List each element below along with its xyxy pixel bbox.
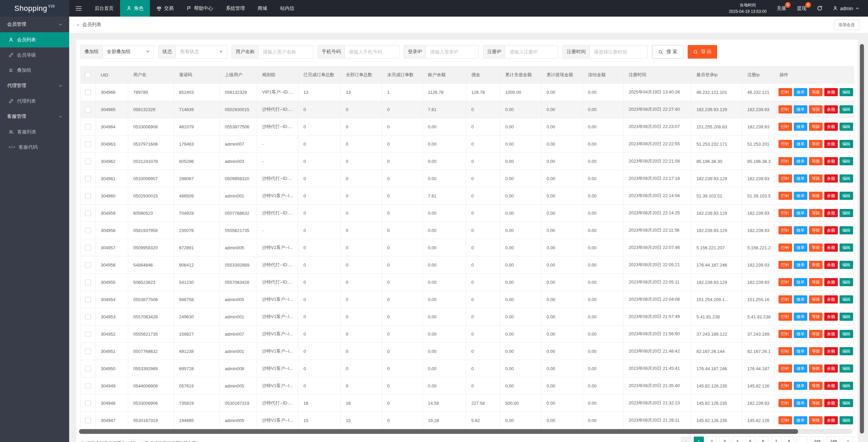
edit-button[interactable]: 编辑 bbox=[840, 382, 853, 390]
order-button[interactable]: 做单 bbox=[794, 330, 807, 338]
edit-button[interactable]: 编辑 bbox=[840, 330, 853, 338]
row-checkbox[interactable] bbox=[85, 279, 91, 285]
edit-button[interactable]: 编辑 bbox=[840, 244, 853, 252]
level-button[interactable]: 等级 bbox=[809, 364, 823, 373]
edit-button[interactable]: 编辑 bbox=[840, 140, 853, 148]
level-button[interactable]: 等级 bbox=[809, 382, 823, 390]
order-button[interactable]: 做单 bbox=[794, 261, 807, 269]
level-button[interactable]: 等级 bbox=[809, 330, 823, 338]
level-button[interactable]: 等级 bbox=[809, 88, 823, 96]
level-button[interactable]: 等级 bbox=[809, 399, 823, 407]
stack-group-select[interactable]: 全部叠加组 bbox=[103, 45, 154, 58]
edit-button[interactable]: 编辑 bbox=[840, 364, 853, 373]
order-button[interactable]: 做单 bbox=[794, 364, 807, 373]
inject-button[interactable]: 打针 bbox=[778, 244, 792, 252]
inject-button[interactable]: 打针 bbox=[778, 226, 792, 234]
row-checkbox[interactable] bbox=[85, 141, 91, 147]
page-button-8[interactable]: 8 bbox=[784, 437, 794, 442]
order-button[interactable]: 做单 bbox=[794, 192, 807, 200]
edit-button[interactable]: 编辑 bbox=[840, 192, 853, 200]
page-button-5[interactable]: 5 bbox=[745, 437, 755, 442]
row-checkbox[interactable] bbox=[85, 262, 91, 268]
top-nav-item[interactable]: 站内信 bbox=[274, 0, 301, 17]
balance-button[interactable]: 余额 bbox=[824, 313, 838, 321]
edit-button[interactable]: 编辑 bbox=[840, 174, 853, 183]
page-button-2[interactable]: 2 bbox=[707, 437, 717, 442]
order-button[interactable]: 做单 bbox=[794, 313, 807, 321]
row-checkbox[interactable] bbox=[85, 366, 91, 372]
edit-button[interactable]: 编辑 bbox=[840, 278, 853, 286]
row-checkbox[interactable] bbox=[85, 107, 91, 112]
order-button[interactable]: 做单 bbox=[794, 347, 807, 355]
inject-button[interactable]: 打针 bbox=[778, 364, 792, 373]
edit-button[interactable]: 编辑 bbox=[840, 347, 853, 355]
edit-button[interactable]: 编辑 bbox=[840, 295, 853, 303]
sidebar-item-叠加组[interactable]: 叠加组 bbox=[0, 63, 69, 78]
sidebar-item-会员等级[interactable]: 会员等级 bbox=[0, 47, 69, 63]
row-checkbox[interactable] bbox=[85, 159, 91, 164]
balance-button[interactable]: 余额 bbox=[824, 140, 838, 148]
top-nav-item[interactable]: 交易 bbox=[150, 0, 180, 17]
balance-button[interactable]: 余额 bbox=[824, 382, 838, 390]
status-select[interactable]: 所有状态 bbox=[176, 45, 227, 58]
row-checkbox[interactable] bbox=[85, 176, 91, 182]
balance-button[interactable]: 余额 bbox=[824, 123, 838, 131]
balance-button[interactable]: 余额 bbox=[824, 330, 838, 338]
edit-button[interactable]: 编辑 bbox=[840, 88, 853, 96]
balance-button[interactable]: 余额 bbox=[824, 174, 838, 183]
order-button[interactable]: 做单 bbox=[794, 295, 807, 303]
row-checkbox[interactable] bbox=[85, 210, 91, 216]
add-member-button[interactable]: 添加会员 bbox=[834, 20, 859, 30]
inject-button[interactable]: 打针 bbox=[778, 157, 792, 165]
inject-button[interactable]: 打针 bbox=[778, 209, 792, 217]
level-button[interactable]: 等级 bbox=[809, 278, 823, 286]
order-button[interactable]: 做单 bbox=[794, 278, 807, 286]
edit-button[interactable]: 编辑 bbox=[840, 226, 853, 234]
edit-button[interactable]: 编辑 bbox=[840, 399, 853, 407]
order-button[interactable]: 做单 bbox=[794, 174, 807, 183]
sidebar-item-代理列表[interactable]: 代理列表 bbox=[0, 93, 69, 109]
inject-button[interactable]: 打针 bbox=[778, 123, 792, 131]
level-button[interactable]: 等级 bbox=[809, 209, 823, 217]
level-button[interactable]: 等级 bbox=[809, 192, 823, 200]
page-button-248[interactable]: 248 bbox=[810, 437, 824, 442]
row-checkbox[interactable] bbox=[85, 349, 91, 354]
horizontal-scrollbar[interactable] bbox=[79, 429, 852, 434]
balance-button[interactable]: 余额 bbox=[824, 295, 838, 303]
order-button[interactable]: 做单 bbox=[794, 416, 807, 424]
level-button[interactable]: 等级 bbox=[809, 226, 823, 234]
inject-button[interactable]: 打针 bbox=[778, 416, 792, 424]
balance-button[interactable]: 余额 bbox=[824, 364, 838, 373]
inject-button[interactable]: 打针 bbox=[778, 192, 792, 200]
inject-button[interactable]: 打针 bbox=[778, 347, 792, 355]
balance-button[interactable]: 余额 bbox=[824, 261, 838, 269]
page-size-select[interactable]: 20 bbox=[127, 439, 143, 442]
order-button[interactable]: 做单 bbox=[794, 157, 807, 165]
row-checkbox[interactable] bbox=[85, 314, 91, 320]
username-input[interactable] bbox=[259, 45, 313, 58]
page-button-1[interactable]: 1 bbox=[694, 437, 704, 442]
balance-button[interactable]: 余额 bbox=[824, 416, 838, 424]
top-nav-item[interactable]: 后台首页 bbox=[88, 0, 120, 17]
order-button[interactable]: 做单 bbox=[794, 226, 807, 234]
edit-button[interactable]: 编辑 bbox=[840, 416, 853, 424]
level-button[interactable]: 等级 bbox=[809, 123, 823, 131]
inject-button[interactable]: 打针 bbox=[778, 330, 792, 338]
inject-button[interactable]: 打针 bbox=[778, 261, 792, 269]
edit-button[interactable]: 编辑 bbox=[840, 313, 853, 321]
horizontal-scrollbar-thumb[interactable] bbox=[79, 429, 798, 434]
recharge-link[interactable]: 充值9 bbox=[777, 5, 786, 12]
edit-button[interactable]: 编辑 bbox=[840, 157, 853, 165]
level-button[interactable]: 等级 bbox=[809, 244, 823, 252]
page-button-249[interactable]: 249 bbox=[827, 437, 840, 442]
admin-menu[interactable]: admin bbox=[833, 6, 859, 11]
row-checkbox[interactable] bbox=[85, 124, 91, 130]
level-button[interactable]: 等级 bbox=[809, 416, 823, 424]
order-button[interactable]: 做单 bbox=[794, 88, 807, 96]
next-page-button[interactable]: » bbox=[843, 437, 853, 442]
balance-button[interactable]: 余额 bbox=[824, 192, 838, 200]
inject-button[interactable]: 打针 bbox=[778, 399, 792, 407]
edit-button[interactable]: 编辑 bbox=[840, 105, 853, 113]
order-button[interactable]: 做单 bbox=[794, 399, 807, 407]
order-button[interactable]: 做单 bbox=[794, 123, 807, 131]
